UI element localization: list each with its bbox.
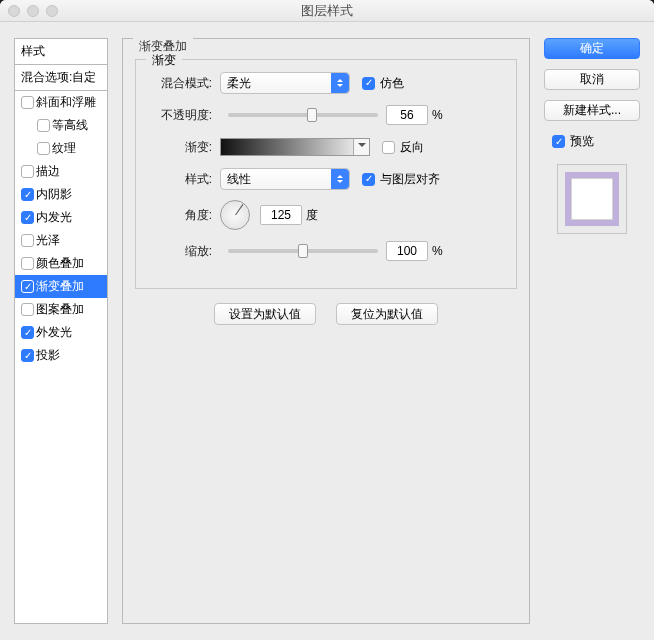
layer-style-dialog: 图层样式 样式 混合选项:自定 斜面和浮雕等高线纹理描边内阴影内发光光泽颜色叠加…	[0, 0, 654, 640]
chevron-updown-icon	[331, 169, 349, 189]
cancel-button[interactable]: 取消	[544, 69, 640, 90]
reverse-checkbox[interactable]	[382, 141, 395, 154]
sidebar-item-label: 斜面和浮雕	[36, 94, 96, 111]
sidebar-item-label: 描边	[36, 163, 60, 180]
sidebar-item-label: 纹理	[52, 140, 76, 157]
sidebar-item[interactable]: 渐变叠加	[15, 275, 107, 298]
styles-sidebar: 样式 混合选项:自定 斜面和浮雕等高线纹理描边内阴影内发光光泽颜色叠加渐变叠加图…	[14, 38, 108, 624]
sidebar-item[interactable]: 颜色叠加	[15, 252, 107, 275]
ok-button[interactable]: 确定	[544, 38, 640, 59]
preview-inner	[571, 178, 613, 220]
blendmode-select[interactable]: 柔光	[220, 72, 350, 94]
sidebar-item-label: 外发光	[36, 324, 72, 341]
sidebar-subheading[interactable]: 混合选项:自定	[15, 65, 107, 91]
blendmode-label: 混合模式:	[148, 75, 220, 92]
sidebar-heading[interactable]: 样式	[15, 39, 107, 65]
scale-input[interactable]: 100	[386, 241, 428, 261]
sidebar-item[interactable]: 光泽	[15, 229, 107, 252]
scale-slider[interactable]	[228, 249, 378, 253]
gradient-group: 渐变 混合模式: 柔光 仿色 不透明度: 56 %	[135, 59, 517, 289]
sidebar-item-label: 颜色叠加	[36, 255, 84, 272]
chevron-down-icon	[353, 139, 369, 155]
set-default-button[interactable]: 设置为默认值	[214, 303, 316, 325]
sidebar-item[interactable]: 外发光	[15, 321, 107, 344]
dither-checkbox[interactable]	[362, 77, 375, 90]
preview-label: 预览	[570, 133, 594, 150]
style-checkbox[interactable]	[21, 234, 34, 247]
sidebar-item[interactable]: 斜面和浮雕	[15, 91, 107, 114]
preview-checkbox[interactable]	[552, 135, 565, 148]
sidebar-item-label: 投影	[36, 347, 60, 364]
style-checkbox[interactable]	[21, 280, 34, 293]
sidebar-item[interactable]: 图案叠加	[15, 298, 107, 321]
angle-dial[interactable]	[220, 200, 250, 230]
opacity-slider[interactable]	[228, 113, 378, 117]
sidebar-item-label: 内阴影	[36, 186, 72, 203]
style-checkbox[interactable]	[21, 303, 34, 316]
opacity-label: 不透明度:	[148, 107, 220, 124]
style-checkbox[interactable]	[37, 119, 50, 132]
window-title: 图层样式	[301, 2, 353, 20]
style-label: 样式:	[148, 171, 220, 188]
style-checkbox[interactable]	[37, 142, 50, 155]
chevron-updown-icon	[331, 73, 349, 93]
close-icon[interactable]	[8, 5, 20, 17]
zoom-icon[interactable]	[46, 5, 58, 17]
align-checkbox[interactable]	[362, 173, 375, 186]
align-label: 与图层对齐	[380, 171, 440, 188]
style-value: 线性	[227, 171, 251, 188]
sidebar-item-label: 光泽	[36, 232, 60, 249]
sidebar-item-label: 渐变叠加	[36, 278, 84, 295]
angle-input[interactable]: 125	[260, 205, 302, 225]
minimize-icon[interactable]	[27, 5, 39, 17]
sidebar-item-label: 图案叠加	[36, 301, 84, 318]
sidebar-item[interactable]: 投影	[15, 344, 107, 367]
preview-swatch	[557, 164, 627, 234]
percent-unit: %	[432, 244, 443, 258]
scale-label: 缩放:	[148, 243, 220, 260]
right-buttons: 确定 取消 新建样式... 预览	[544, 38, 640, 624]
angle-unit: 度	[306, 207, 318, 224]
angle-label: 角度:	[148, 207, 220, 224]
gradient-picker[interactable]	[220, 138, 370, 156]
opacity-input[interactable]: 56	[386, 105, 428, 125]
traffic-lights	[8, 5, 58, 17]
dither-label: 仿色	[380, 75, 404, 92]
reverse-label: 反向	[400, 139, 424, 156]
sidebar-item-label: 内发光	[36, 209, 72, 226]
gradient-label: 渐变:	[148, 139, 220, 156]
group-label: 渐变	[146, 52, 182, 69]
style-checkbox[interactable]	[21, 349, 34, 362]
style-checkbox[interactable]	[21, 188, 34, 201]
sidebar-item[interactable]: 内阴影	[15, 183, 107, 206]
options-panel: 渐变叠加 渐变 混合模式: 柔光 仿色 不透明度:	[122, 38, 530, 624]
sidebar-item[interactable]: 等高线	[15, 114, 107, 137]
style-select[interactable]: 线性	[220, 168, 350, 190]
blendmode-value: 柔光	[227, 75, 251, 92]
sidebar-item[interactable]: 描边	[15, 160, 107, 183]
percent-unit: %	[432, 108, 443, 122]
sidebar-item[interactable]: 纹理	[15, 137, 107, 160]
style-checkbox[interactable]	[21, 326, 34, 339]
style-checkbox[interactable]	[21, 211, 34, 224]
titlebar: 图层样式	[0, 0, 654, 22]
sidebar-item[interactable]: 内发光	[15, 206, 107, 229]
style-checkbox[interactable]	[21, 257, 34, 270]
new-style-button[interactable]: 新建样式...	[544, 100, 640, 121]
style-checkbox[interactable]	[21, 96, 34, 109]
sidebar-item-label: 等高线	[52, 117, 88, 134]
reset-default-button[interactable]: 复位为默认值	[336, 303, 438, 325]
style-checkbox[interactable]	[21, 165, 34, 178]
